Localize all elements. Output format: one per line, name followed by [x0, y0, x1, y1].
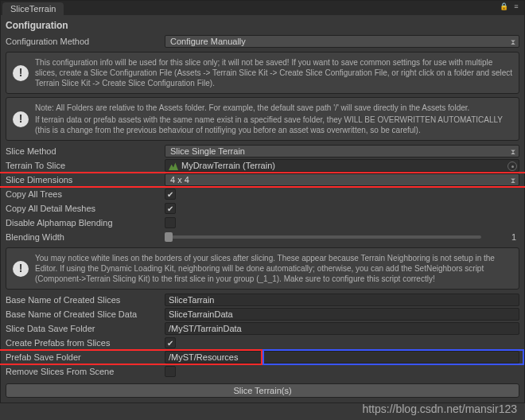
info-box-folders: ! Note: All Folders are relative to the …	[6, 97, 519, 141]
copy-all-detail-meshes-checkbox[interactable]	[165, 203, 176, 214]
info-icon: !	[13, 261, 29, 277]
slice-data-save-folder-label: Slice Data Save Folder	[6, 324, 165, 333]
tab-sliceterrain[interactable]: SliceTerrain	[2, 2, 64, 15]
remove-slices-label: Remove Slices From Scene	[6, 367, 165, 376]
prefab-save-folder-input[interactable]: /MyST/Resources	[165, 351, 519, 364]
terrain-icon	[169, 161, 178, 170]
page-title: Configuration	[1, 15, 524, 34]
disable-alphamap-blending-checkbox[interactable]	[165, 217, 176, 228]
info-icon: !	[13, 65, 29, 81]
base-name-slice-data-label: Base Name of Created Slice Data	[6, 309, 165, 319]
slice-terrain-button[interactable]: Slice Terrain(s)	[6, 383, 519, 398]
watermark: https://blog.csdn.net/mansir123	[362, 402, 517, 415]
config-method-label: Configuration Method	[6, 37, 165, 46]
copy-all-trees-label: Copy All Trees	[6, 189, 165, 199]
copy-all-trees-checkbox[interactable]	[165, 189, 176, 200]
slice-dimensions-dropdown[interactable]: 4 x 4	[165, 173, 519, 186]
slice-data-save-folder-input[interactable]: /MyST/TarrainData	[165, 322, 519, 335]
blending-width-value[interactable]: 1	[488, 232, 519, 242]
base-name-slices-label: Base Name of Created Slices	[6, 295, 165, 305]
slice-method-label: Slice Method	[6, 146, 165, 156]
slice-method-dropdown[interactable]: Slice Single Terrain	[165, 145, 519, 158]
slice-dimensions-label: Slice Dimensions	[6, 175, 165, 185]
info-box-config: ! This configuration info will be used f…	[6, 52, 519, 94]
tab-bar: SliceTerrain 🔒 ≡	[1, 1, 524, 15]
object-picker-icon[interactable]	[508, 161, 517, 171]
blending-width-slider[interactable]	[165, 235, 481, 239]
blending-width-label: Blending Width	[6, 232, 165, 242]
context-menu-icon[interactable]: ≡	[511, 2, 521, 10]
config-method-dropdown[interactable]: Configure Manually	[165, 35, 519, 48]
create-prefabs-label: Create Prefabs from Slices	[6, 338, 165, 348]
copy-all-detail-meshes-label: Copy All Detail Meshes	[6, 204, 165, 213]
base-name-slices-input[interactable]: SliceTarrain	[165, 294, 519, 306]
lock-icon[interactable]: 🔒	[499, 2, 508, 10]
create-prefabs-checkbox[interactable]	[165, 337, 176, 348]
remove-slices-checkbox[interactable]	[165, 366, 176, 377]
terrain-to-slice-field[interactable]: MyDrawTerrain (Terrain)	[165, 159, 519, 172]
base-name-slice-data-input[interactable]: SliceTarrainData	[165, 308, 519, 321]
disable-alphamap-blending-label: Disable Alphamap Blending	[6, 218, 165, 228]
slider-handle[interactable]	[165, 232, 173, 242]
prefab-save-folder-label: Prefab Save Folder	[6, 352, 165, 362]
terrain-to-slice-label: Terrain To Slice	[6, 161, 165, 170]
info-box-neighboring: ! You may notice white lines on the bord…	[6, 247, 519, 290]
info-icon: !	[13, 111, 29, 127]
